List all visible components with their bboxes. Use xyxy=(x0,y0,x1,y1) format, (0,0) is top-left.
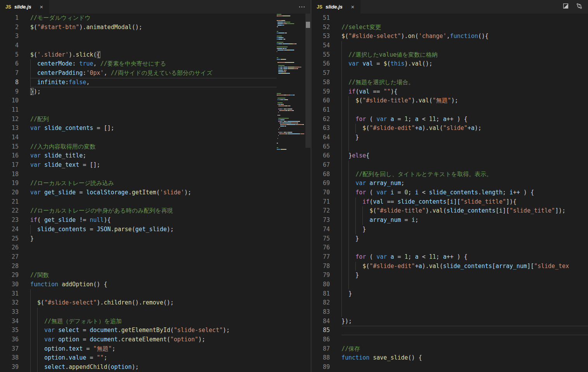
code-line[interactable]: infinite:false, xyxy=(30,78,277,87)
line-number[interactable]: 37 xyxy=(0,344,19,354)
line-number[interactable]: 71 xyxy=(311,197,330,207)
line-number[interactable]: 19 xyxy=(0,179,19,188)
code-line[interactable] xyxy=(30,96,277,106)
line-number[interactable]: 58 xyxy=(311,78,330,87)
code-line[interactable] xyxy=(341,326,588,335)
code-line[interactable] xyxy=(341,280,588,289)
code-line[interactable]: //無題（デフォルト）を追加 xyxy=(30,317,277,326)
code-line[interactable]: } xyxy=(30,234,277,244)
code-line[interactable]: var select = document.getElementById("sl… xyxy=(30,326,277,335)
line-number[interactable]: 23 xyxy=(0,216,19,225)
open-changes-button[interactable] xyxy=(562,3,569,11)
line-number[interactable]: 28 xyxy=(0,262,19,271)
line-number[interactable]: 32 xyxy=(0,298,19,308)
line-number[interactable]: 13 xyxy=(0,124,19,133)
code-line[interactable]: for ( var a = 1; a < 11; a++ ) { xyxy=(341,115,588,124)
code-line[interactable]: centerPadding:'0px', //両サイドの見えている部分のサイズ xyxy=(30,69,277,78)
code-line[interactable] xyxy=(341,106,588,115)
close-icon[interactable]: × xyxy=(349,3,357,11)
code-line[interactable]: $("#slide-select").on('change',function(… xyxy=(341,32,588,41)
code-line[interactable] xyxy=(341,298,588,308)
line-number[interactable]: 66 xyxy=(311,151,330,161)
line-number[interactable]: 39 xyxy=(0,363,19,372)
line-number[interactable]: 73 xyxy=(311,216,330,225)
code-line[interactable] xyxy=(30,133,277,142)
line-number[interactable]: 86 xyxy=(311,335,330,344)
line-number[interactable]: 75 xyxy=(311,234,330,244)
line-number[interactable]: 31 xyxy=(0,289,19,299)
code-line[interactable] xyxy=(341,335,588,344)
code-line[interactable] xyxy=(341,69,588,78)
line-number[interactable]: 64 xyxy=(311,133,330,142)
code-editor-left[interactable]: 1234567891011121314151617181920212223242… xyxy=(0,14,311,372)
code-line[interactable]: //入力内容取得用の変数 xyxy=(30,142,277,152)
code-line[interactable]: $('.slider').slick({ xyxy=(30,50,277,60)
code-line[interactable]: } xyxy=(341,225,588,234)
code-line[interactable]: function addOption() { xyxy=(30,280,277,289)
code-line[interactable] xyxy=(341,308,588,317)
code-line[interactable] xyxy=(341,161,588,170)
line-number[interactable]: 83 xyxy=(311,308,330,317)
close-icon[interactable]: × xyxy=(38,3,45,11)
line-number[interactable]: 85 xyxy=(311,326,330,335)
code-line[interactable]: //配列 xyxy=(30,115,277,124)
tab-slide-js-right[interactable]: JS slide.js × xyxy=(311,0,360,14)
code-line[interactable]: } xyxy=(341,234,588,244)
line-number[interactable]: 69 xyxy=(311,179,330,188)
line-number[interactable]: 21 xyxy=(0,197,19,207)
code-line[interactable]: //ローカルストレージ読み込み xyxy=(30,179,277,188)
line-number[interactable]: 81 xyxy=(311,289,330,299)
code-line[interactable] xyxy=(341,243,588,253)
line-number[interactable]: 65 xyxy=(311,142,330,152)
code-line[interactable] xyxy=(30,253,277,262)
code-line[interactable]: var array_num; xyxy=(341,179,588,188)
code-line[interactable] xyxy=(30,41,277,50)
code-line[interactable]: $("#slide-edit"+a).val("slide"+a); xyxy=(341,124,588,133)
code-line[interactable] xyxy=(30,308,277,317)
code-line[interactable]: var slide_text = []; xyxy=(30,161,277,170)
line-number[interactable]: 25 xyxy=(0,234,19,244)
code-line[interactable]: if(val == ""){ xyxy=(341,87,588,97)
code-line[interactable]: for ( var a = 1; a < 11; a++ ) { xyxy=(341,253,588,262)
line-number[interactable]: 87 xyxy=(311,344,330,354)
code-line[interactable]: centerMode: true, //要素を中央寄せにする xyxy=(30,59,277,69)
line-number[interactable]: 60 xyxy=(311,96,330,106)
code-line[interactable]: //関数 xyxy=(30,271,277,280)
code-line[interactable] xyxy=(30,106,277,115)
line-number[interactable]: 74 xyxy=(311,225,330,234)
code-line[interactable]: $("#slide-title").val(slide_contents[i][… xyxy=(341,206,588,216)
code-line[interactable]: $("#slide-edit"+a).val(slide_contents[ar… xyxy=(341,262,588,271)
line-number[interactable]: 35 xyxy=(0,326,19,335)
code-line[interactable]: //select変更 xyxy=(341,23,588,32)
line-number[interactable]: 6 xyxy=(0,59,19,69)
code-line[interactable]: if(val == slide_contents[i]["slide_title… xyxy=(341,197,588,207)
line-number[interactable]: 52 xyxy=(311,23,330,32)
line-number[interactable]: 33 xyxy=(0,308,19,317)
code-line[interactable] xyxy=(341,363,588,372)
line-number[interactable]: 53 xyxy=(311,32,330,41)
line-number[interactable]: 61 xyxy=(311,106,330,115)
code-line[interactable]: //無題を選択した場合。 xyxy=(341,78,588,87)
line-number[interactable]: 63 xyxy=(311,124,330,133)
line-number[interactable]: 15 xyxy=(0,142,19,152)
line-number[interactable]: 80 xyxy=(311,280,330,289)
line-number[interactable]: 89 xyxy=(311,363,330,372)
compare-changes-button[interactable] xyxy=(576,3,583,11)
line-number[interactable]: 88 xyxy=(311,353,330,363)
line-number[interactable]: 18 xyxy=(0,170,19,179)
code-line[interactable]: slide_contents = JSON.parse(get_slide); xyxy=(30,225,277,234)
line-number[interactable]: 56 xyxy=(311,59,330,69)
line-number[interactable]: 26 xyxy=(0,243,19,253)
code-line[interactable] xyxy=(341,41,588,50)
line-number[interactable]: 76 xyxy=(311,243,330,253)
code-area-right[interactable]: //select変更$("#slide-select").on('change'… xyxy=(330,14,588,372)
code-line[interactable]: //保存 xyxy=(341,344,588,354)
code-line[interactable]: //配列を回し、タイトルとテキストを取得。表示。 xyxy=(341,170,588,179)
line-number[interactable]: 5 xyxy=(0,50,19,60)
code-line[interactable]: for ( var i = 0; i < slide_contents.leng… xyxy=(341,188,588,197)
code-line[interactable]: option.text = "無題"; xyxy=(30,344,277,354)
code-line[interactable]: //モーダルウィンドウ xyxy=(30,14,277,23)
code-line[interactable]: var option = document.createElement("opt… xyxy=(30,335,277,344)
line-number[interactable]: 17 xyxy=(0,161,19,170)
line-number[interactable]: 4 xyxy=(0,41,19,50)
